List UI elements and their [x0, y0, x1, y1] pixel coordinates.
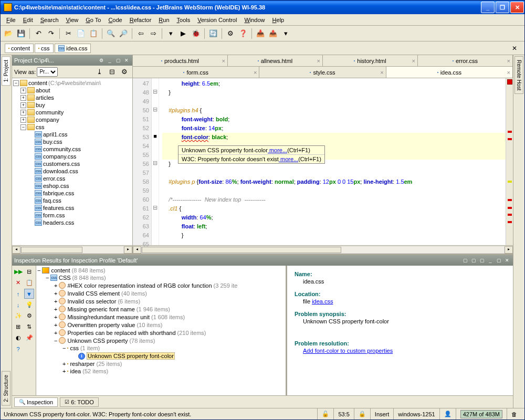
- editor-tab[interactable]: error.css×: [418, 55, 513, 66]
- tab-close-icon[interactable]: ×: [380, 69, 383, 76]
- filter-icon[interactable]: ▼: [24, 289, 34, 299]
- tree-node[interactable]: +articles: [13, 94, 131, 101]
- panel-minimize-icon[interactable]: _: [487, 257, 494, 264]
- editor-hscroll[interactable]: ◂▸: [133, 245, 513, 254]
- tree-node[interactable]: cssdownload.css: [13, 167, 131, 175]
- export-icon[interactable]: 📋: [24, 278, 34, 288]
- tooltip-more-link[interactable]: more...: [268, 147, 287, 153]
- status-position[interactable]: 53:5: [333, 408, 353, 419]
- save-icon[interactable]: 💾: [15, 28, 27, 39]
- inspection-node[interactable]: +Missing/redundant measure unit (1 608 i…: [37, 313, 285, 321]
- panel-minimize-icon[interactable]: _: [106, 57, 113, 64]
- help-icon[interactable]: ❓: [237, 28, 249, 39]
- tab-close-icon[interactable]: ×: [507, 69, 510, 76]
- status-memory[interactable]: 427M of 483M: [460, 410, 502, 418]
- error-indicator-icon[interactable]: [507, 79, 512, 85]
- wand-icon[interactable]: ✨: [13, 311, 23, 321]
- gear-icon[interactable]: ⚙: [24, 311, 34, 321]
- status-lock2-icon[interactable]: 🔒: [354, 408, 370, 419]
- menu-run[interactable]: Run: [155, 16, 173, 24]
- gear-icon[interactable]: ⚙: [119, 66, 130, 78]
- inspection-tree[interactable]: −content (8 848 items)−cssCSS (8 848 ite…: [36, 266, 287, 395]
- close-button[interactable]: ✕: [510, 2, 524, 13]
- tree-node[interactable]: +buy: [13, 101, 131, 109]
- breadcrumb[interactable]: content: [5, 44, 34, 53]
- status-insert[interactable]: Insert: [370, 408, 394, 419]
- menu-tools[interactable]: Tools: [173, 16, 194, 24]
- editor-tab[interactable]: idea.css×: [386, 67, 513, 78]
- toggle-icon[interactable]: ◐: [13, 333, 23, 343]
- editor-tab[interactable]: allnews.html×: [228, 55, 323, 66]
- close-icon[interactable]: ⊟: [24, 267, 34, 277]
- menu-refactor[interactable]: Refactor: [126, 16, 155, 24]
- tree-node[interactable]: +company: [13, 116, 131, 123]
- tree-node[interactable]: cssheaders.css: [13, 219, 131, 226]
- editor-tab[interactable]: form.css×: [133, 67, 259, 78]
- panel-close-icon[interactable]: ✕: [503, 257, 511, 264]
- maximize-button[interactable]: ❐: [496, 2, 509, 13]
- pin-icon[interactable]: 📌: [24, 333, 34, 343]
- navbar-close-icon[interactable]: ✕: [509, 44, 520, 53]
- tree-node[interactable]: cssapril1.css: [13, 131, 131, 138]
- tree-node[interactable]: cssfeatures.css: [13, 204, 131, 212]
- reload-icon[interactable]: 🔄: [207, 28, 219, 39]
- open-icon[interactable]: 📂: [3, 28, 14, 39]
- breadcrumb[interactable]: cssidea.css: [55, 44, 91, 53]
- redo-icon[interactable]: ↷: [45, 28, 57, 39]
- menu-view[interactable]: View: [62, 16, 82, 24]
- panel-btn-icon[interactable]: ▢: [478, 257, 486, 264]
- minimize-button[interactable]: _: [481, 2, 495, 13]
- panel-btn-icon[interactable]: ▢: [461, 257, 469, 264]
- tree-node[interactable]: csscustomers.css: [13, 160, 131, 167]
- menu-version-control[interactable]: Version Control: [194, 16, 240, 24]
- panel-float-icon[interactable]: ▢: [495, 257, 502, 264]
- vcs-icon[interactable]: 📥: [255, 28, 266, 39]
- remove-icon[interactable]: ✕: [13, 278, 23, 288]
- forward-icon[interactable]: ⇨: [148, 28, 159, 39]
- back-icon[interactable]: ⇦: [135, 28, 146, 39]
- panel-gear-icon[interactable]: ⚙: [98, 57, 105, 64]
- rerun-icon[interactable]: ▶▶: [13, 267, 23, 277]
- collapse-icon[interactable]: ⊟: [106, 66, 118, 78]
- tab-close-icon[interactable]: ×: [222, 58, 225, 64]
- tree-node[interactable]: cssfabrique.css: [13, 190, 131, 197]
- project-tool-tab[interactable]: 1: Project: [2, 56, 10, 86]
- detail-location-link[interactable]: idea.css: [312, 298, 333, 304]
- tree-node[interactable]: csscommunity.css: [13, 145, 131, 153]
- status-lock-icon[interactable]: 🔓: [317, 408, 333, 419]
- panel-close-icon[interactable]: ✕: [123, 57, 130, 64]
- inspection-node[interactable]: +resharper (25 items): [37, 360, 285, 368]
- menu-window[interactable]: Window: [240, 16, 268, 24]
- error-stripe[interactable]: [506, 78, 513, 245]
- inspection-node[interactable]: +idea (52 items): [37, 368, 285, 375]
- tab-close-icon[interactable]: ×: [254, 69, 257, 76]
- tab-close-icon[interactable]: ×: [507, 58, 510, 64]
- tree-node[interactable]: −content (C:\p4\website\main\: [13, 79, 131, 87]
- undo-icon[interactable]: ↶: [33, 28, 44, 39]
- prev-icon[interactable]: ↑: [13, 289, 23, 299]
- inspection-node[interactable]: −Unknown CSS property (78 items): [37, 337, 285, 344]
- tree-node[interactable]: +about: [13, 87, 131, 94]
- inspection-node[interactable]: +Properties can be replaced with shortha…: [37, 329, 285, 337]
- editor-tab[interactable]: history.html×: [323, 55, 418, 66]
- copy-icon[interactable]: 📄: [75, 28, 87, 39]
- editor-tab[interactable]: products.html×: [133, 55, 228, 66]
- inspection-node[interactable]: +Invalid CSS element (40 items): [37, 289, 285, 297]
- project-hscroll[interactable]: ◂▸: [12, 245, 132, 254]
- tooltip-more-link[interactable]: more...: [279, 156, 298, 162]
- replace-icon[interactable]: 🔎: [118, 28, 129, 39]
- titlebar[interactable]: C:\p4\website\main\static\content - ...\…: [1, 1, 524, 14]
- menu-edit[interactable]: Edit: [19, 16, 37, 24]
- menu-file[interactable]: File: [3, 16, 19, 24]
- project-tree[interactable]: −content (C:\p4\website\main\+about+arti…: [12, 78, 132, 245]
- help-icon[interactable]: ?: [13, 344, 23, 354]
- tab-close-icon[interactable]: ×: [412, 58, 415, 64]
- remote-host-tab[interactable]: Remote Host: [514, 56, 523, 94]
- diff-icon[interactable]: ⇅: [24, 322, 34, 332]
- editor-tab[interactable]: style.css×: [259, 67, 386, 78]
- tree-node[interactable]: −css: [13, 123, 131, 131]
- editor[interactable]: 47484950515253545556575859606162636465 ⊟…: [133, 78, 513, 245]
- menu-go-to[interactable]: Go To: [82, 16, 104, 24]
- project-panel-header[interactable]: Project C:\p4\... ⚙ _ ▢ ✕: [12, 55, 132, 66]
- menu-search[interactable]: Search: [37, 16, 62, 24]
